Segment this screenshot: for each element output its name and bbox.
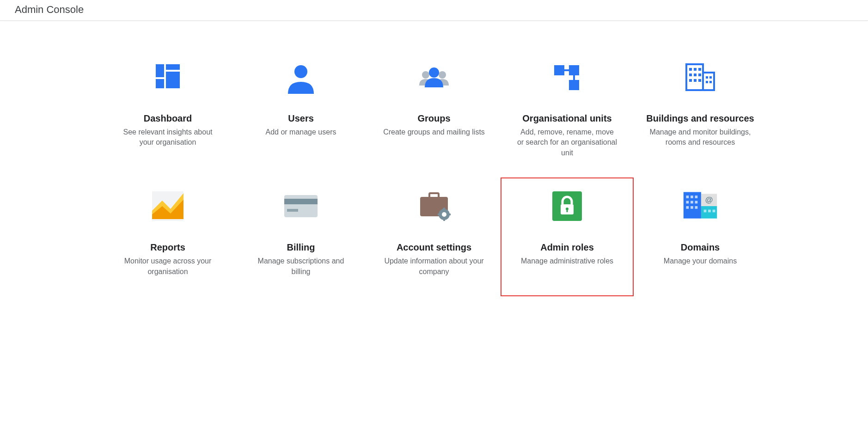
- header: Admin Console: [0, 0, 868, 21]
- svg-rect-52: [691, 201, 693, 204]
- svg-rect-27: [709, 81, 712, 83]
- building-icon: [682, 59, 719, 96]
- svg-rect-3: [156, 79, 164, 88]
- lock-icon: [549, 188, 586, 225]
- svg-rect-11: [559, 69, 575, 71]
- svg-point-4: [294, 65, 307, 78]
- tile-billing[interactable]: Billing Manage subscriptions and billing: [234, 177, 367, 296]
- tile-users[interactable]: Users Add or manage users: [234, 49, 367, 177]
- svg-rect-58: [704, 210, 707, 213]
- svg-point-7: [429, 67, 439, 78]
- tile-admin-roles[interactable]: Admin roles Manage administrative roles: [501, 177, 634, 296]
- tile-title: Reports: [150, 241, 185, 253]
- svg-rect-38: [443, 218, 445, 221]
- svg-rect-60: [713, 210, 715, 213]
- tile-title: Users: [288, 112, 314, 124]
- tile-desc: See relevant insights about your organis…: [117, 127, 219, 148]
- svg-rect-23: [698, 79, 701, 82]
- tile-title: Organisational units: [522, 112, 611, 124]
- svg-rect-56: [695, 206, 698, 209]
- svg-rect-26: [706, 81, 708, 83]
- svg-rect-59: [708, 210, 711, 213]
- svg-rect-2: [166, 72, 180, 88]
- svg-rect-17: [698, 68, 701, 71]
- domain-icon: @: [682, 188, 719, 225]
- svg-rect-14: [703, 73, 714, 90]
- svg-point-6: [439, 71, 446, 79]
- tile-desc: Manage administrative roles: [521, 256, 613, 266]
- tile-desc: Monitor usage across your organisation: [117, 256, 219, 277]
- tile-title: Account settings: [397, 241, 471, 253]
- svg-rect-53: [695, 201, 698, 204]
- svg-rect-22: [694, 79, 697, 82]
- tile-desc: Manage subscriptions and billing: [250, 256, 352, 277]
- tile-desc: Create groups and mailing lists: [383, 127, 485, 137]
- tile-desc: Add, remove, rename, move or search for …: [516, 127, 618, 158]
- svg-rect-16: [694, 68, 697, 71]
- svg-rect-55: [691, 206, 693, 209]
- tile-dashboard[interactable]: Dashboard See relevant insights about yo…: [101, 49, 234, 177]
- svg-rect-54: [686, 206, 689, 209]
- dashboard-icon: [149, 59, 186, 96]
- user-icon: [282, 59, 319, 96]
- tile-title: Domains: [681, 241, 720, 253]
- svg-rect-49: [691, 196, 693, 198]
- tile-title: Billing: [287, 241, 315, 253]
- tile-title: Admin roles: [540, 241, 594, 253]
- billing-icon: [282, 188, 319, 225]
- svg-rect-39: [438, 214, 440, 215]
- svg-rect-0: [156, 64, 164, 77]
- svg-rect-20: [698, 73, 701, 76]
- tile-title: Buildings and resources: [646, 112, 754, 124]
- svg-rect-24: [706, 76, 708, 79]
- svg-rect-21: [689, 79, 692, 82]
- tile-account-settings[interactable]: Account settings Update information abou…: [367, 177, 501, 296]
- svg-rect-15: [689, 68, 692, 71]
- briefcase-gear-icon: [416, 188, 452, 225]
- page-title: Admin Console: [15, 4, 84, 15]
- tile-title: Groups: [417, 112, 450, 124]
- svg-point-5: [422, 71, 429, 79]
- tile-desc: Manage your domains: [664, 256, 737, 266]
- tile-reports[interactable]: Reports Monitor usage across your organi…: [101, 177, 234, 296]
- tile-org-units[interactable]: Organisational units Add, remove, rename…: [501, 49, 634, 177]
- tile-desc: Update information about your company: [383, 256, 485, 277]
- svg-rect-31: [284, 195, 318, 217]
- svg-rect-32: [284, 199, 318, 204]
- svg-point-42: [442, 212, 446, 217]
- svg-rect-51: [686, 201, 689, 204]
- svg-rect-12: [573, 69, 575, 83]
- tile-domains[interactable]: @ Domains Manage your domains: [634, 177, 767, 296]
- svg-rect-46: [567, 209, 568, 212]
- tile-desc: Add or manage users: [266, 127, 336, 137]
- tile-grid: Dashboard See relevant insights about yo…: [83, 49, 785, 296]
- svg-rect-18: [689, 73, 692, 76]
- reports-icon: [149, 188, 186, 225]
- svg-rect-40: [448, 214, 451, 215]
- svg-rect-19: [694, 73, 697, 76]
- tile-title: Dashboard: [144, 112, 192, 124]
- tile-groups[interactable]: Groups Create groups and mailing lists: [367, 49, 501, 177]
- groups-icon: [416, 59, 452, 96]
- svg-rect-33: [287, 209, 298, 212]
- svg-rect-48: [686, 196, 689, 198]
- tile-buildings[interactable]: Buildings and resources Manage and monit…: [634, 49, 767, 177]
- svg-rect-25: [709, 76, 712, 79]
- svg-text:@: @: [705, 196, 713, 205]
- tile-desc: Manage and monitor buildings, rooms and …: [649, 127, 751, 148]
- svg-rect-50: [695, 196, 698, 198]
- org-units-icon: [549, 59, 586, 96]
- svg-rect-1: [166, 64, 180, 70]
